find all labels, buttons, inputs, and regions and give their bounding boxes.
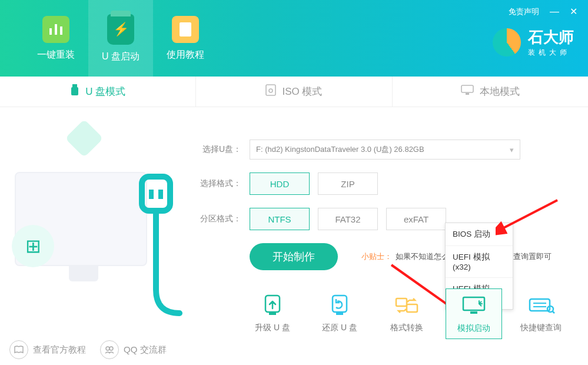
brand: 石大师 装机大师 — [493, 27, 574, 58]
popup-item-uefi32[interactable]: UEFI 模拟(x32) — [446, 245, 513, 277]
iso-file-icon — [265, 84, 276, 99]
svg-rect-1 — [55, 24, 57, 35]
link-qq-group[interactable]: QQ 交流群 — [100, 340, 167, 359]
partition-label: 分区格式： — [200, 214, 241, 224]
brand-subtitle: 装机大师 — [528, 48, 574, 58]
illustration-panel: ⊞ — [0, 107, 188, 365]
svg-rect-9 — [466, 93, 469, 95]
svg-rect-10 — [142, 177, 170, 211]
close-icon[interactable]: ✕ — [570, 6, 577, 17]
chevron-down-icon: ▾ — [510, 145, 514, 154]
brand-logo-icon — [493, 28, 521, 57]
svg-point-7 — [269, 89, 273, 92]
header-tab-tutorial[interactable]: 使用教程 — [153, 0, 218, 77]
action-upgrade-usb[interactable]: 升级 U 盘 — [244, 288, 301, 339]
brand-name: 石大师 — [528, 27, 574, 48]
minimize-icon[interactable]: — — [550, 6, 559, 17]
partition-option-ntfs[interactable]: NTFS — [250, 208, 310, 230]
app-header: 一键重装 ⚡ U 盘启动 使用教程 免责声明 — ✕ 石大师 装机大师 — [0, 0, 588, 77]
bottom-links: 查看官方教程 QQ 交流群 — [9, 340, 167, 359]
bar-chart-icon — [42, 16, 69, 43]
mode-tabs: U 盘模式 ISO 模式 本地模式 — [0, 77, 588, 107]
link-official-tutorial[interactable]: 查看官方教程 — [9, 340, 86, 359]
link-label: 查看官方教程 — [33, 344, 86, 356]
svg-rect-0 — [49, 28, 52, 35]
format-option-zip[interactable]: ZIP — [318, 172, 378, 195]
book-icon — [172, 16, 199, 43]
action-format-convert[interactable]: 格式转换 — [378, 288, 435, 339]
svg-rect-17 — [396, 298, 407, 306]
header-tab-usb-boot[interactable]: ⚡ U 盘启动 — [88, 0, 153, 77]
disclaimer-link[interactable]: 免责声明 — [509, 6, 539, 17]
action-label: 升级 U 盘 — [255, 323, 290, 333]
mode-tab-usb[interactable]: U 盘模式 — [0, 77, 196, 107]
svg-rect-12 — [158, 190, 163, 199]
bottom-actions: 升级 U 盘 还原 U 盘 格式转换 模拟启动 快捷键查询 — [244, 288, 569, 339]
mode-tab-iso[interactable]: ISO 模式 — [196, 77, 392, 107]
action-simulate-boot[interactable]: 模拟启动 — [446, 288, 502, 339]
action-restore-usb[interactable]: 还原 U 盘 — [311, 288, 368, 339]
windows-badge-icon: ⊞ — [12, 225, 54, 267]
svg-rect-3 — [180, 22, 191, 36]
svg-rect-4 — [72, 84, 77, 87]
window-controls: 免责声明 — ✕ — [509, 6, 577, 17]
action-label: 模拟启动 — [457, 323, 490, 334]
select-usb-label: 选择U盘： — [200, 144, 241, 155]
usb-select[interactable]: F: (hd2) KingstonDataTraveler 3.0 (U盘) 2… — [250, 140, 520, 160]
mode-tab-label: 本地模式 — [480, 85, 520, 98]
svg-rect-14 — [269, 312, 276, 315]
tip-label: 小贴士： — [361, 251, 392, 262]
action-hotkey-lookup[interactable]: 快捷键查询 — [513, 288, 569, 339]
partition-option-fat32[interactable]: FAT32 — [318, 208, 378, 230]
header-tab-reinstall[interactable]: 一键重装 — [24, 0, 88, 77]
windows-tile-icon — [65, 119, 103, 157]
svg-rect-5 — [71, 87, 78, 95]
link-label: QQ 交流群 — [124, 344, 167, 356]
svg-point-31 — [109, 347, 113, 350]
mode-tab-local[interactable]: 本地模式 — [393, 77, 588, 107]
usb-select-value: F: (hd2) KingstonDataTraveler 3.0 (U盘) 2… — [256, 144, 424, 155]
header-tab-label: 一键重装 — [37, 49, 75, 61]
book-open-icon — [9, 340, 28, 359]
action-label: 还原 U 盘 — [322, 323, 357, 333]
popup-item-bios[interactable]: BIOS 启动 — [446, 223, 513, 245]
format-label: 选择格式： — [200, 178, 241, 189]
usb-plug-icon — [127, 172, 185, 325]
monitor-icon — [461, 85, 474, 98]
svg-point-30 — [106, 347, 109, 350]
action-label: 格式转换 — [390, 323, 423, 333]
action-label: 快捷键查询 — [520, 323, 562, 333]
svg-rect-2 — [60, 26, 62, 35]
users-icon — [100, 340, 119, 359]
svg-rect-15 — [333, 296, 347, 312]
svg-rect-11 — [149, 190, 154, 199]
svg-rect-20 — [470, 311, 477, 314]
header-tab-label: 使用教程 — [167, 49, 204, 61]
usb-drive-icon — [70, 84, 79, 99]
start-create-button[interactable]: 开始制作 — [250, 243, 338, 270]
svg-rect-18 — [407, 304, 417, 312]
svg-rect-8 — [461, 85, 473, 92]
svg-rect-6 — [266, 85, 275, 95]
mode-tab-label: U 盘模式 — [85, 85, 125, 98]
header-tab-label: U 盘启动 — [102, 51, 139, 63]
mode-tab-label: ISO 模式 — [282, 85, 322, 98]
shield-bolt-icon: ⚡ — [107, 14, 134, 45]
format-option-hdd[interactable]: HDD — [250, 172, 310, 195]
partition-option-exfat[interactable]: exFAT — [386, 208, 446, 230]
svg-rect-16 — [336, 312, 343, 315]
svg-line-29 — [553, 311, 554, 313]
